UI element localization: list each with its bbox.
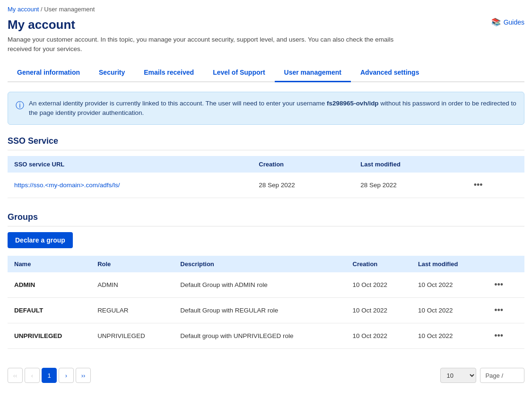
group-desc-admin: Default Group with ADMIN role xyxy=(174,272,346,298)
sso-url-cell: https://sso.<my-domain>.com/adfs/ls/ xyxy=(8,173,252,198)
guides-icon: 📚 xyxy=(491,17,501,26)
group-actions-default: ••• xyxy=(484,298,524,323)
pagination-next-button[interactable]: › xyxy=(59,368,74,383)
groups-col-description: Description xyxy=(174,256,346,272)
guides-label: Guides xyxy=(504,18,524,26)
sso-col-creation: Creation xyxy=(252,156,354,173)
info-username: fs298965-ovh/idp xyxy=(327,100,379,107)
sso-section: SSO Service SSO service URL Creation Las… xyxy=(8,136,524,198)
guides-link[interactable]: 📚 Guides xyxy=(491,17,524,26)
sso-table-row: https://sso.<my-domain>.com/adfs/ls/ 28 … xyxy=(8,173,524,198)
groups-table-header-row: Name Role Description Creation Last modi… xyxy=(8,256,524,272)
tab-user-management[interactable]: User management xyxy=(275,64,351,82)
group-desc-default: Default Group with REGULAR role xyxy=(174,298,346,323)
tabs-nav: General information Security Emails rece… xyxy=(8,64,524,82)
page-label: Page / xyxy=(485,372,503,379)
pagination-right: 10 25 50 100 Page / xyxy=(440,368,524,383)
group-actions-unprivileged: ••• xyxy=(484,323,524,349)
pagination-last-button[interactable]: ›› xyxy=(76,368,91,383)
groups-col-actions xyxy=(484,256,524,272)
group-role-admin: ADMIN xyxy=(91,272,174,298)
group-admin-menu-button[interactable]: ••• xyxy=(490,278,507,292)
pagination-page-1-button[interactable]: 1 xyxy=(42,368,57,383)
tab-advanced-settings[interactable]: Advanced settings xyxy=(351,64,428,82)
per-page-select[interactable]: 10 25 50 100 xyxy=(440,368,476,383)
sso-url-link[interactable]: https://sso.<my-domain>.com/adfs/ls/ xyxy=(14,182,120,189)
sso-last-modified-cell: 28 Sep 2022 xyxy=(354,173,463,198)
group-name-unprivileged: UNPRIVILEGED xyxy=(8,323,91,349)
group-desc-unprivileged: Default group with UNPRIVILEGED role xyxy=(174,323,346,349)
groups-col-creation: Creation xyxy=(346,256,411,272)
groups-row-admin: ADMIN ADMIN Default Group with ADMIN rol… xyxy=(8,272,524,298)
info-banner-text: An external identity provider is current… xyxy=(29,99,516,118)
group-actions-admin: ••• xyxy=(484,272,524,298)
sso-col-actions xyxy=(463,156,524,173)
group-name-admin: ADMIN xyxy=(8,272,91,298)
page-input-container: Page / xyxy=(480,368,524,383)
info-icon: ⓘ xyxy=(16,99,24,112)
groups-col-role: Role xyxy=(91,256,174,272)
group-name-default: DEFAULT xyxy=(8,298,91,323)
sso-actions-cell: ••• xyxy=(463,173,524,198)
tab-emails-received[interactable]: Emails received xyxy=(134,64,203,82)
group-creation-unprivileged: 10 Oct 2022 xyxy=(346,323,411,349)
pagination-row: ‹‹ ‹ 1 › ›› 10 25 50 100 Page / xyxy=(8,363,524,383)
group-creation-default: 10 Oct 2022 xyxy=(346,298,411,323)
breadcrumb-home-link[interactable]: My account xyxy=(8,6,39,13)
declare-group-button[interactable]: Declare a group xyxy=(8,232,73,248)
groups-col-last-modified: Last modified xyxy=(411,256,484,272)
tab-security[interactable]: Security xyxy=(89,64,134,82)
sso-creation-cell: 28 Sep 2022 xyxy=(252,173,354,198)
sso-table-header-row: SSO service URL Creation Last modified xyxy=(8,156,524,173)
groups-table: Name Role Description Creation Last modi… xyxy=(8,256,524,349)
info-banner: ⓘ An external identity provider is curre… xyxy=(8,92,524,125)
sso-section-title: SSO Service xyxy=(8,136,524,150)
info-text-before: An external identity provider is current… xyxy=(29,100,327,107)
sso-table: SSO service URL Creation Last modified h… xyxy=(8,156,524,198)
group-default-menu-button[interactable]: ••• xyxy=(490,304,507,317)
group-unprivileged-menu-button[interactable]: ••• xyxy=(490,329,507,343)
group-modified-default: 10 Oct 2022 xyxy=(411,298,484,323)
tab-general-information[interactable]: General information xyxy=(8,64,89,82)
groups-section: Groups Declare a group Name Role Descrip… xyxy=(8,212,524,349)
sso-col-last-modified: Last modified xyxy=(354,156,463,173)
groups-section-title: Groups xyxy=(8,212,524,226)
page-header: My account 📚 Guides xyxy=(8,17,524,32)
groups-col-name: Name xyxy=(8,256,91,272)
groups-row-unprivileged: UNPRIVILEGED UNPRIVILEGED Default group … xyxy=(8,323,524,349)
page-number-input[interactable] xyxy=(505,372,519,379)
pagination-prev-button[interactable]: ‹ xyxy=(25,368,40,383)
pagination-first-button[interactable]: ‹‹ xyxy=(8,368,23,383)
group-role-unprivileged: UNPRIVILEGED xyxy=(91,323,174,349)
group-role-default: REGULAR xyxy=(91,298,174,323)
groups-row-default: DEFAULT REGULAR Default Group with REGUL… xyxy=(8,298,524,323)
breadcrumb: My account / User management xyxy=(8,6,524,13)
page-description: Manage your customer account. In this to… xyxy=(8,35,395,54)
pagination-buttons: ‹‹ ‹ 1 › ›› xyxy=(8,368,91,383)
tab-level-of-support[interactable]: Level of Support xyxy=(203,64,274,82)
sso-row-menu-button[interactable]: ••• xyxy=(470,178,487,192)
breadcrumb-current: User management xyxy=(44,6,95,13)
sso-col-url: SSO service URL xyxy=(8,156,252,173)
group-modified-unprivileged: 10 Oct 2022 xyxy=(411,323,484,349)
group-creation-admin: 10 Oct 2022 xyxy=(346,272,411,298)
group-modified-admin: 10 Oct 2022 xyxy=(411,272,484,298)
page-title: My account xyxy=(8,17,75,32)
